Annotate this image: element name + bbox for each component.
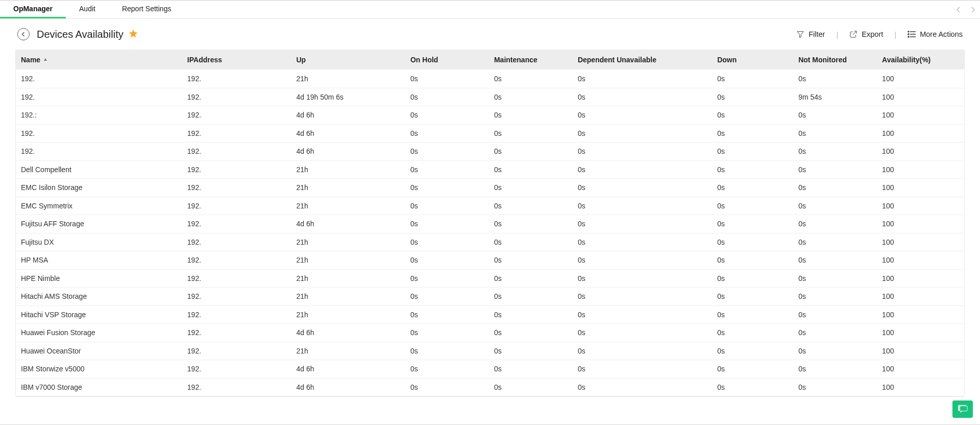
table-row[interactable]: IBM v7000 Storage192.4d 6h0s0s0s0s0s100 <box>16 378 964 396</box>
cell-down: 0s <box>713 147 794 155</box>
tab-opmanager[interactable]: OpManager <box>0 1 66 18</box>
cell-nmon: 0s <box>794 347 878 355</box>
cell-ip: 192. <box>183 220 292 228</box>
cell-down: 0s <box>713 93 794 101</box>
cell-nmon: 0s <box>794 75 878 83</box>
cell-ip: 192. <box>183 202 292 210</box>
table-row[interactable]: EMC Symmetrix192.21h0s0s0s0s0s100 <box>16 197 964 215</box>
table-row[interactable]: Fujitsu AFF Storage192.4d 6h0s0s0s0s0s10… <box>16 215 964 233</box>
tabs-next-button[interactable] <box>966 1 980 19</box>
filter-icon <box>796 30 804 38</box>
col-onhold[interactable]: On Hold <box>406 56 490 64</box>
col-ip[interactable]: IPAddress <box>183 56 292 64</box>
export-button[interactable]: Export <box>849 30 883 38</box>
cell-down: 0s <box>713 220 794 228</box>
svg-marker-1 <box>797 32 803 38</box>
cell-nmon: 9m 54s <box>794 93 878 101</box>
col-avail[interactable]: Availability(%) <box>878 56 964 64</box>
cell-onhold: 0s <box>406 166 490 174</box>
cell-down: 0s <box>713 383 794 391</box>
favorite-star-icon[interactable] <box>129 29 138 40</box>
col-nmon[interactable]: Not Monitored <box>794 56 878 64</box>
cell-dep: 0s <box>574 274 713 282</box>
table-row[interactable]: HP MSA192.21h0s0s0s0s0s100 <box>16 251 964 269</box>
cell-nmon: 0s <box>794 147 878 155</box>
cell-onhold: 0s <box>406 93 490 101</box>
cell-onhold: 0s <box>406 129 490 137</box>
cell-avail: 100 <box>878 111 964 119</box>
cell-avail: 100 <box>878 147 964 155</box>
table-row[interactable]: Hitachi AMS Storage192.21h0s0s0s0s0s100 <box>16 287 964 305</box>
cell-ip: 192. <box>183 328 292 337</box>
cell-up: 4d 6h <box>292 220 406 228</box>
cell-ip: 192. <box>183 166 292 174</box>
col-up[interactable]: Up <box>292 56 406 64</box>
table-row[interactable]: 192.192.4d 19h 50m 6s0s0s0s0s9m 54s100 <box>16 88 964 106</box>
cell-down: 0s <box>713 274 794 282</box>
table-row[interactable]: 192.192.4d 6h0s0s0s0s0s100 <box>16 124 964 143</box>
cell-onhold: 0s <box>406 292 490 300</box>
cell-dep: 0s <box>574 183 713 192</box>
cell-up: 4d 6h <box>292 129 406 137</box>
cell-name: Hitachi AMS Storage <box>16 292 183 300</box>
cell-nmon: 0s <box>794 365 878 373</box>
table-row[interactable]: Huawei Fusion Storage192.4d 6h0s0s0s0s0s… <box>16 323 964 342</box>
cell-nmon: 0s <box>794 292 878 300</box>
table-header: Name IPAddress Up On Hold Maintenance De… <box>16 50 964 69</box>
table-row[interactable]: Dell Compellent192.21h0s0s0s0s0s100 <box>16 160 964 179</box>
tab-audit[interactable]: Audit <box>66 1 109 18</box>
cell-up: 4d 6h <box>292 328 406 337</box>
cell-name: EMC Isilon Storage <box>16 183 183 192</box>
cell-ip: 192. <box>183 256 292 264</box>
cell-ip: 192. <box>183 147 292 155</box>
filter-button[interactable]: Filter <box>796 30 825 38</box>
cell-dep: 0s <box>574 166 713 174</box>
cell-ip: 192. <box>183 347 292 355</box>
table-row[interactable]: IBM Storwize v5000192.4d 6h0s0s0s0s0s100 <box>16 360 964 378</box>
tab-report-settings[interactable]: Report Settings <box>109 1 185 18</box>
col-name[interactable]: Name <box>16 56 183 64</box>
cell-ip: 192. <box>183 183 292 192</box>
table-row[interactable]: 192.192.21h0s0s0s0s0s100 <box>16 69 964 88</box>
cell-nmon: 0s <box>794 111 878 119</box>
cell-onhold: 0s <box>406 347 490 355</box>
col-down[interactable]: Down <box>713 56 794 64</box>
table-row[interactable]: HPE Nimble192.21h0s0s0s0s0s100 <box>16 269 964 288</box>
cell-ip: 192. <box>183 111 292 119</box>
table-row[interactable]: 192.:192.4d 6h0s0s0s0s0s100 <box>16 106 964 124</box>
table-row[interactable]: EMC Isilon Storage192.21h0s0s0s0s0s100 <box>16 178 964 197</box>
cell-dep: 0s <box>574 93 713 101</box>
cell-dep: 0s <box>574 311 713 319</box>
more-actions-label: More Actions <box>920 30 963 38</box>
cell-ip: 192. <box>183 383 292 391</box>
cell-onhold: 0s <box>406 256 490 264</box>
cell-maint: 0s <box>490 365 574 373</box>
col-dep[interactable]: Dependent Unavailable <box>574 56 713 64</box>
table-row[interactable]: 192.192.4d 6h0s0s0s0s0s100 <box>16 142 964 160</box>
cell-avail: 100 <box>878 328 964 337</box>
cell-name: Fujitsu DX <box>16 238 183 246</box>
table-row[interactable]: Hitachi VSP Storage192.21h0s0s0s0s0s100 <box>16 305 964 324</box>
table-row[interactable]: Huawei OceanStor192.21h0s0s0s0s0s100 <box>16 342 964 360</box>
cell-onhold: 0s <box>406 328 490 337</box>
cell-avail: 100 <box>878 93 964 101</box>
table-body[interactable]: 192.192.21h0s0s0s0s0s100192.192.4d 19h 5… <box>16 69 964 396</box>
devices-table: Name IPAddress Up On Hold Maintenance De… <box>15 50 965 397</box>
toolbar-divider: | <box>894 30 896 39</box>
back-button[interactable] <box>17 28 30 40</box>
cell-dep: 0s <box>574 383 713 391</box>
chat-button[interactable] <box>952 400 973 418</box>
cell-onhold: 0s <box>406 365 490 373</box>
table-row[interactable]: Fujitsu DX192.21h0s0s0s0s0s100 <box>16 233 964 251</box>
cell-up: 21h <box>292 256 406 264</box>
table-row[interactable]: Infini192.168.1.154d 19h 50m 6s0s0s0s0s9… <box>16 396 964 396</box>
col-maint[interactable]: Maintenance <box>490 56 574 64</box>
cell-down: 0s <box>713 238 794 246</box>
cell-maint: 0s <box>490 238 574 246</box>
tabs-prev-button[interactable] <box>951 1 966 19</box>
cell-avail: 100 <box>878 383 964 391</box>
cell-maint: 0s <box>490 220 574 228</box>
export-icon <box>849 30 857 38</box>
cell-dep: 0s <box>574 129 713 137</box>
more-actions-button[interactable]: More Actions <box>908 30 963 38</box>
